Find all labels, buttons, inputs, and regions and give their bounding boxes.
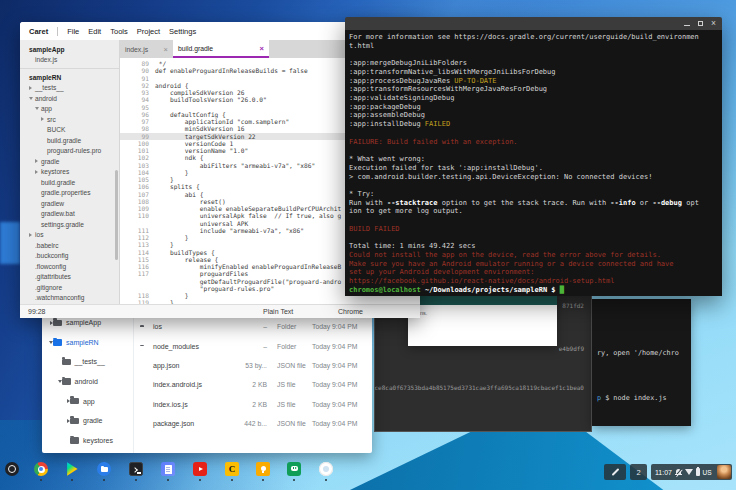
window-count-button[interactable]: 2 bbox=[630, 464, 647, 480]
tree-item-label: sampleApp bbox=[29, 46, 65, 53]
dialog-titlebar[interactable] bbox=[408, 295, 557, 305]
code-text: versionName "1.0" bbox=[155, 147, 248, 154]
keep-icon bbox=[256, 462, 270, 476]
menu-item-edit[interactable]: Edit bbox=[88, 27, 101, 36]
shelf-app-keep[interactable] bbox=[256, 462, 270, 476]
tree-item-buck[interactable]: BUCK bbox=[20, 125, 119, 136]
shelf-app-docs[interactable] bbox=[161, 462, 175, 476]
node-terminal-window[interactable]: ry, open '/home/chrop $ node index.js bbox=[592, 299, 691, 426]
status-tray[interactable]: 11:07 US bbox=[651, 464, 732, 480]
files-tree-item-app[interactable]: app bbox=[42, 391, 133, 411]
close-tab-icon[interactable]: × bbox=[260, 44, 264, 53]
syntax-mode[interactable]: Plain Text bbox=[263, 308, 293, 315]
tree-item-src[interactable]: src bbox=[20, 114, 119, 125]
tree-item-gradle-properties[interactable]: gradle.properties bbox=[20, 188, 119, 199]
tree-item-android[interactable]: android bbox=[20, 93, 119, 104]
file-type: JSON file bbox=[277, 420, 306, 427]
menu-item-file[interactable]: File bbox=[67, 27, 79, 36]
close-tab-icon[interactable]: × bbox=[164, 45, 168, 54]
node-terminal-line: ry, open '/home/chro bbox=[597, 349, 679, 357]
tree-item-tests[interactable]: __tests__ bbox=[20, 83, 119, 94]
tree-item-gradle[interactable]: gradle bbox=[20, 156, 119, 167]
terminal-output-line bbox=[349, 129, 722, 138]
tree-item-watchmanconfig[interactable]: .watchmanconfig bbox=[20, 293, 119, 304]
wallpaper-light-patch bbox=[0, 222, 20, 264]
tree-item-keystores[interactable]: keystores bbox=[20, 167, 119, 178]
shelf-app-hangouts[interactable] bbox=[287, 462, 301, 476]
files-tree-item-samplern[interactable]: sampleRN bbox=[42, 333, 133, 353]
folder-icon bbox=[70, 418, 79, 425]
code-text: splits { bbox=[155, 183, 200, 190]
maximize-icon[interactable] bbox=[698, 21, 703, 26]
files-window[interactable]: sampleAppsampleRN__tests__androidappgrad… bbox=[42, 312, 372, 453]
shelf-app-play-store[interactable] bbox=[65, 462, 79, 476]
sidebar-separator bbox=[20, 68, 119, 69]
tree-item-build-gradle[interactable]: build.gradle bbox=[20, 177, 119, 188]
tree-item-gradlew[interactable]: gradlew bbox=[20, 198, 119, 209]
terminal-output-line: https://facebook.github.io/react-native/… bbox=[349, 277, 722, 286]
shelf-app-youtube[interactable] bbox=[193, 462, 207, 476]
dialog-window[interactable]: ns. bbox=[408, 295, 557, 346]
tree-item-label: .gitattributes bbox=[35, 273, 71, 280]
menu-item-tools[interactable]: Tools bbox=[110, 27, 128, 36]
terminal-titlebar[interactable]: × bbox=[345, 17, 722, 30]
files-tree-item-android[interactable]: android bbox=[42, 372, 133, 392]
chevron-right-icon bbox=[62, 399, 70, 403]
terminal-output-line: BUILD FAILED bbox=[349, 225, 722, 234]
tree-item-proguard-rules-pro[interactable]: proguard-rules.pro bbox=[20, 146, 119, 157]
terminal-window[interactable]: × For more information see https://docs.… bbox=[345, 17, 722, 296]
file-row-index-ios-js[interactable]: index.ios.js2 KBJS fileToday 9:04 PM bbox=[134, 395, 372, 414]
file-row-node-modules[interactable]: node_modules–FolderToday 9:04 PM bbox=[134, 336, 372, 355]
tree-item-index-js[interactable]: index.js bbox=[20, 55, 119, 66]
folder-icon bbox=[70, 398, 79, 405]
file-row-package-json[interactable]: package.json442 b...JSON fileToday 9:04 … bbox=[134, 414, 372, 433]
stylus-tools-button[interactable] bbox=[604, 464, 626, 480]
file-row-ios[interactable]: ios–FolderToday 9:04 PM bbox=[134, 317, 372, 336]
file-name: node_modules bbox=[153, 343, 199, 350]
shelf-app-caret[interactable]: C bbox=[225, 462, 239, 476]
code-text: universal APK bbox=[155, 220, 248, 227]
file-size: 442 b... bbox=[219, 420, 267, 427]
shelf-app-chrome[interactable] bbox=[34, 462, 48, 476]
tree-item-samplern[interactable]: sampleRN bbox=[20, 72, 119, 83]
menu-item-caret[interactable]: Caret bbox=[29, 27, 48, 36]
shelf: C 2 11:07 US bbox=[0, 455, 736, 490]
tree-item-gitattributes[interactable]: .gitattributes bbox=[20, 272, 119, 283]
code-text: universalApk false // If true, also g bbox=[155, 212, 341, 219]
tree-item-sampleapp[interactable]: sampleApp bbox=[20, 44, 119, 55]
editor-tab-index-js[interactable]: index.js× bbox=[120, 40, 173, 58]
files-tree-item-keystores[interactable]: keystores bbox=[42, 431, 133, 451]
tree-item-app[interactable]: app bbox=[20, 104, 119, 115]
tree-item-babelrc[interactable]: .babelrc bbox=[20, 240, 119, 251]
tree-item-buckconfig[interactable]: .buckconfig bbox=[20, 251, 119, 262]
sidebar-scrollbar[interactable] bbox=[115, 170, 119, 260]
close-icon[interactable]: × bbox=[711, 18, 716, 29]
shelf-app-files[interactable] bbox=[97, 462, 111, 476]
line-number: 103 bbox=[120, 162, 155, 169]
tree-item-gradlew-bat[interactable]: gradlew.bat bbox=[20, 209, 119, 220]
file-row-index-android-js[interactable]: index.android.js2 KBJS fileToday 9:04 PM bbox=[134, 375, 372, 394]
files-tree-item-gradle[interactable]: gradle bbox=[42, 411, 133, 431]
terminal-output-line bbox=[349, 216, 722, 225]
tree-item-build-gradle[interactable]: build.gradle bbox=[20, 135, 119, 146]
file-name: ios bbox=[153, 323, 162, 330]
tree-item-settings-gradle[interactable]: settings.gradle bbox=[20, 219, 119, 230]
tree-item-ios[interactable]: ios bbox=[20, 230, 119, 241]
line-number: 115 bbox=[120, 256, 155, 263]
shelf-app-white-circle[interactable] bbox=[319, 462, 333, 476]
tree-item-flowconfig[interactable]: .flowconfig bbox=[20, 261, 119, 272]
code-text: */ bbox=[155, 60, 166, 67]
menu-item-project[interactable]: Project bbox=[137, 27, 160, 36]
tab-label: build.gradle bbox=[178, 45, 213, 52]
files-tree-item-tests[interactable]: __tests__ bbox=[42, 352, 133, 372]
shelf-app-launcher[interactable] bbox=[5, 462, 19, 476]
shelf-app-terminal[interactable] bbox=[129, 462, 143, 476]
file-row-app-json[interactable]: app.json53 by...JSON fileToday 9:04 PM bbox=[134, 356, 372, 375]
editor-tab-build-gradle[interactable]: build.gradle× bbox=[173, 40, 269, 58]
minimize-icon[interactable] bbox=[684, 25, 690, 26]
menu-item-settings[interactable]: Settings bbox=[169, 27, 196, 36]
terminal-output[interactable]: For more information see https://docs.gr… bbox=[345, 30, 722, 296]
chrome-icon bbox=[34, 462, 48, 476]
tree-item-gitignore[interactable]: .gitignore bbox=[20, 282, 119, 293]
target-label[interactable]: Chrome bbox=[338, 308, 363, 315]
